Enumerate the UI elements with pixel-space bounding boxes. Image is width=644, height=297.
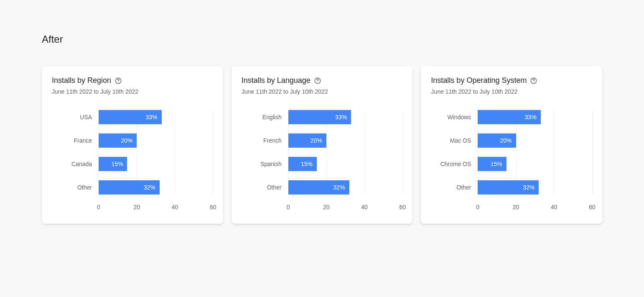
bar-track: 32% [478,180,592,195]
chart-area: USA 33% France 20% C [52,110,213,212]
x-tick: 20 [513,204,519,210]
x-tick: 40 [361,204,368,210]
x-tick: 20 [323,204,330,210]
bar-fill: 20% [478,133,516,148]
bar-label: Spanish [242,161,288,167]
bar-row: USA 33% [52,110,213,124]
bar-row: Mac OS 20% [431,133,592,148]
bar-row: Other 32% [52,180,213,195]
bar-label: Other [242,184,288,191]
bar-value: 32% [333,184,345,191]
bar-row: France 20% [52,133,213,148]
bar-label: Canada [52,161,99,167]
bar-track: 20% [99,133,213,148]
x-tick: 60 [400,204,406,210]
card-title: Installs by Region [52,76,111,85]
x-tick: 40 [172,204,178,210]
bar-label: France [52,137,99,144]
bar-row: Spanish 15% [242,157,403,171]
bars-group: Windows 33% Mac OS 20% [431,110,592,195]
help-icon[interactable] [314,77,321,84]
bar-row: Other 32% [242,180,403,195]
x-axis: 0 20 40 60 [431,204,592,212]
bar-track: 15% [478,157,592,171]
bar-row: Canada 15% [52,157,213,171]
x-tick: 0 [97,204,100,210]
bar-fill: 15% [478,157,506,171]
bar-row: English 33% [242,110,403,124]
help-icon[interactable] [115,77,122,84]
bar-row: French 20% [242,133,403,148]
bar-value: 20% [121,137,132,144]
bar-value: 20% [500,137,512,144]
bar-value: 32% [144,184,155,191]
bar-fill: 20% [99,133,137,148]
bar-fill: 33% [478,110,541,124]
bar-fill: 33% [288,110,351,124]
x-ticks: 0 20 40 60 [99,204,213,212]
bar-track: 33% [288,110,403,124]
svg-point-3 [317,82,318,82]
card-region: Installs by Region June 11th 2022 to Jul… [42,66,223,224]
cards-row: Installs by Region June 11th 2022 to Jul… [42,66,602,224]
x-axis: 0 20 40 60 [242,204,403,212]
bar-value: 15% [301,161,313,167]
x-tick: 60 [589,204,596,210]
x-tick: 20 [133,204,140,210]
x-tick: 0 [287,204,290,210]
bar-value: 32% [523,184,535,191]
bar-value: 20% [311,137,322,144]
bar-track: 15% [288,157,403,171]
bar-track: 15% [99,157,213,171]
bar-fill: 32% [99,180,160,195]
bar-label: USA [52,114,99,120]
bar-value: 33% [145,114,157,120]
card-language: Installs by Language June 11th 2022 to J… [232,66,413,224]
card-subtitle: June 11th 2022 to July 10th 2022 [431,88,592,95]
bar-track: 32% [288,180,403,195]
bar-label: Mac OS [431,137,478,144]
chart-area: Windows 33% Mac OS 20% [431,110,592,212]
bar-value: 33% [525,114,537,120]
card-title: Installs by Language [242,76,311,85]
help-icon[interactable] [530,77,537,84]
bar-fill: 33% [99,110,162,124]
x-tick: 40 [551,204,557,210]
bar-row: Windows 33% [431,110,592,124]
card-header: Installs by Region June 11th 2022 to Jul… [52,76,213,95]
bar-row: Other 32% [431,180,592,195]
bar-track: 33% [478,110,592,124]
chart-area: English 33% French 20% [242,110,403,212]
bars-group: USA 33% France 20% C [52,110,213,195]
card-title-row: Installs by Region [52,76,213,85]
bar-value: 33% [335,114,347,120]
bar-fill: 15% [288,157,317,171]
page-heading: After [42,33,602,45]
bar-track: 32% [99,180,213,195]
bar-value: 15% [111,161,123,167]
bar-label: Windows [431,114,478,120]
x-axis: 0 20 40 60 [52,204,213,212]
x-ticks: 0 20 40 60 [288,204,403,212]
bars-group: English 33% French 20% [242,110,403,195]
bar-value: 15% [491,161,502,167]
bar-fill: 15% [99,157,127,171]
bar-label: Chrome OS [431,161,478,167]
bar-fill: 32% [288,180,349,195]
x-ticks: 0 20 40 60 [478,204,592,212]
bar-row: Chrome OS 15% [431,157,592,171]
bar-fill: 20% [288,133,326,148]
bar-label: Other [431,184,478,191]
card-header: Installs by Operating System June 11th 2… [431,76,592,95]
svg-point-5 [534,82,534,82]
svg-point-1 [118,82,118,82]
bar-track: 20% [478,133,592,148]
card-subtitle: June 11th 2022 to July 10th 2022 [242,88,403,95]
card-title-row: Installs by Language [242,76,403,85]
bar-label: Other [52,184,99,191]
card-os: Installs by Operating System June 11th 2… [421,66,602,224]
bar-fill: 32% [478,180,539,195]
bar-label: English [242,114,288,120]
bar-track: 20% [288,133,403,148]
card-title-row: Installs by Operating System [431,76,592,85]
